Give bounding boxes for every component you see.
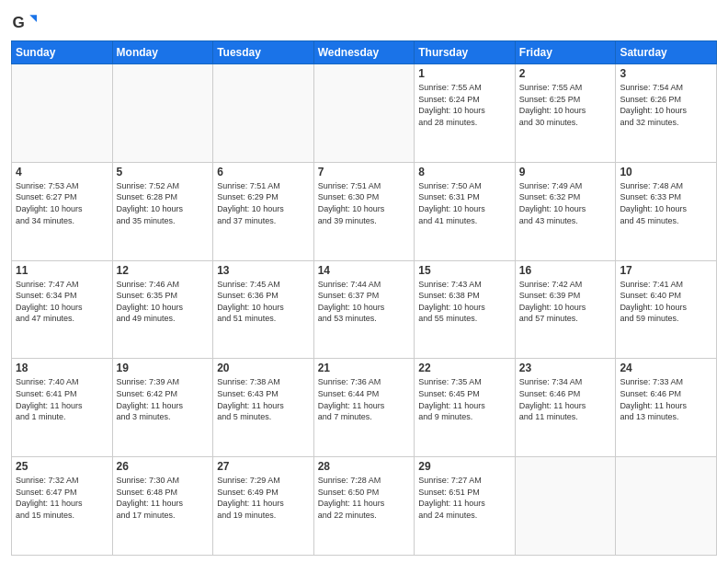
day-cell: 28Sunrise: 7:28 AM Sunset: 6:50 PM Dayli… bbox=[313, 457, 415, 556]
day-cell bbox=[213, 64, 314, 163]
day-number: 10 bbox=[620, 166, 712, 178]
svg-marker-1 bbox=[29, 15, 37, 22]
day-number: 4 bbox=[16, 166, 108, 178]
logo-icon: G bbox=[11, 9, 37, 35]
weekday-header-thursday: Thursday bbox=[415, 41, 516, 64]
week-row-2: 4Sunrise: 7:53 AM Sunset: 6:27 PM Daylig… bbox=[12, 162, 717, 260]
day-cell: 22Sunrise: 7:35 AM Sunset: 6:45 PM Dayli… bbox=[415, 359, 516, 457]
day-info: Sunrise: 7:52 AM Sunset: 6:28 PM Dayligh… bbox=[117, 180, 210, 226]
day-number: 14 bbox=[318, 264, 411, 277]
day-cell: 24Sunrise: 7:33 AM Sunset: 6:46 PM Dayli… bbox=[616, 359, 717, 457]
day-cell: 16Sunrise: 7:42 AM Sunset: 6:39 PM Dayli… bbox=[515, 260, 616, 359]
day-info: Sunrise: 7:46 AM Sunset: 6:35 PM Dayligh… bbox=[117, 279, 210, 325]
day-cell: 4Sunrise: 7:53 AM Sunset: 6:27 PM Daylig… bbox=[12, 162, 113, 260]
day-number: 28 bbox=[318, 460, 411, 473]
weekday-header-tuesday: Tuesday bbox=[213, 41, 314, 64]
day-number: 6 bbox=[217, 166, 310, 178]
day-number: 15 bbox=[418, 264, 511, 277]
day-info: Sunrise: 7:51 AM Sunset: 6:29 PM Dayligh… bbox=[217, 180, 310, 226]
day-cell bbox=[12, 64, 113, 163]
day-cell bbox=[112, 64, 213, 163]
day-cell: 2Sunrise: 7:55 AM Sunset: 6:25 PM Daylig… bbox=[515, 64, 616, 163]
page: G SundayMondayTuesdayWednesdayThursdayFr… bbox=[0, 0, 728, 563]
day-number: 21 bbox=[318, 362, 411, 374]
day-info: Sunrise: 7:33 AM Sunset: 6:46 PM Dayligh… bbox=[620, 376, 712, 422]
day-number: 24 bbox=[620, 362, 712, 374]
logo: G bbox=[11, 9, 40, 35]
day-cell: 12Sunrise: 7:46 AM Sunset: 6:35 PM Dayli… bbox=[112, 260, 213, 359]
day-cell bbox=[616, 457, 717, 556]
day-cell: 10Sunrise: 7:48 AM Sunset: 6:33 PM Dayli… bbox=[616, 162, 717, 260]
day-info: Sunrise: 7:44 AM Sunset: 6:37 PM Dayligh… bbox=[318, 279, 411, 325]
day-info: Sunrise: 7:27 AM Sunset: 6:51 PM Dayligh… bbox=[418, 475, 511, 521]
day-cell: 6Sunrise: 7:51 AM Sunset: 6:29 PM Daylig… bbox=[213, 162, 314, 260]
day-info: Sunrise: 7:36 AM Sunset: 6:44 PM Dayligh… bbox=[318, 376, 411, 422]
day-number: 1 bbox=[418, 67, 511, 80]
day-cell: 3Sunrise: 7:54 AM Sunset: 6:26 PM Daylig… bbox=[616, 64, 717, 163]
day-number: 16 bbox=[519, 264, 612, 277]
day-number: 2 bbox=[519, 67, 612, 80]
weekday-header-saturday: Saturday bbox=[616, 41, 717, 64]
weekday-header-wednesday: Wednesday bbox=[313, 41, 415, 64]
day-cell: 20Sunrise: 7:38 AM Sunset: 6:43 PM Dayli… bbox=[213, 359, 314, 457]
day-number: 17 bbox=[620, 264, 712, 277]
day-info: Sunrise: 7:48 AM Sunset: 6:33 PM Dayligh… bbox=[620, 180, 712, 226]
day-info: Sunrise: 7:28 AM Sunset: 6:50 PM Dayligh… bbox=[318, 475, 411, 521]
day-cell: 7Sunrise: 7:51 AM Sunset: 6:30 PM Daylig… bbox=[313, 162, 415, 260]
day-cell: 11Sunrise: 7:47 AM Sunset: 6:34 PM Dayli… bbox=[12, 260, 113, 359]
day-cell: 9Sunrise: 7:49 AM Sunset: 6:32 PM Daylig… bbox=[515, 162, 616, 260]
week-row-1: 1Sunrise: 7:55 AM Sunset: 6:24 PM Daylig… bbox=[12, 64, 717, 163]
day-number: 20 bbox=[217, 362, 310, 374]
day-cell: 21Sunrise: 7:36 AM Sunset: 6:44 PM Dayli… bbox=[313, 359, 415, 457]
top-section: G bbox=[11, 9, 717, 35]
day-info: Sunrise: 7:40 AM Sunset: 6:41 PM Dayligh… bbox=[16, 376, 108, 422]
day-number: 8 bbox=[418, 166, 511, 178]
day-number: 12 bbox=[117, 264, 210, 277]
day-number: 19 bbox=[117, 362, 210, 374]
day-number: 27 bbox=[217, 460, 310, 473]
day-number: 9 bbox=[519, 166, 612, 178]
day-number: 5 bbox=[117, 166, 210, 178]
day-number: 13 bbox=[217, 264, 310, 277]
day-number: 26 bbox=[117, 460, 210, 473]
day-info: Sunrise: 7:53 AM Sunset: 6:27 PM Dayligh… bbox=[16, 180, 108, 226]
day-info: Sunrise: 7:29 AM Sunset: 6:49 PM Dayligh… bbox=[217, 475, 310, 521]
day-info: Sunrise: 7:42 AM Sunset: 6:39 PM Dayligh… bbox=[519, 279, 612, 325]
day-info: Sunrise: 7:34 AM Sunset: 6:46 PM Dayligh… bbox=[519, 376, 612, 422]
day-number: 3 bbox=[620, 67, 712, 80]
day-number: 18 bbox=[16, 362, 108, 374]
day-info: Sunrise: 7:55 AM Sunset: 6:24 PM Dayligh… bbox=[418, 82, 511, 128]
weekday-header-row: SundayMondayTuesdayWednesdayThursdayFrid… bbox=[12, 41, 717, 64]
day-number: 29 bbox=[418, 460, 511, 473]
day-cell: 25Sunrise: 7:32 AM Sunset: 6:47 PM Dayli… bbox=[12, 457, 113, 556]
week-row-3: 11Sunrise: 7:47 AM Sunset: 6:34 PM Dayli… bbox=[12, 260, 717, 359]
day-info: Sunrise: 7:55 AM Sunset: 6:25 PM Dayligh… bbox=[519, 82, 612, 128]
day-cell: 13Sunrise: 7:45 AM Sunset: 6:36 PM Dayli… bbox=[213, 260, 314, 359]
week-row-5: 25Sunrise: 7:32 AM Sunset: 6:47 PM Dayli… bbox=[12, 457, 717, 556]
week-row-4: 18Sunrise: 7:40 AM Sunset: 6:41 PM Dayli… bbox=[12, 359, 717, 457]
day-cell: 17Sunrise: 7:41 AM Sunset: 6:40 PM Dayli… bbox=[616, 260, 717, 359]
day-cell: 8Sunrise: 7:50 AM Sunset: 6:31 PM Daylig… bbox=[415, 162, 516, 260]
weekday-header-monday: Monday bbox=[112, 41, 213, 64]
day-cell: 29Sunrise: 7:27 AM Sunset: 6:51 PM Dayli… bbox=[415, 457, 516, 556]
day-cell: 18Sunrise: 7:40 AM Sunset: 6:41 PM Dayli… bbox=[12, 359, 113, 457]
day-cell: 14Sunrise: 7:44 AM Sunset: 6:37 PM Dayli… bbox=[313, 260, 415, 359]
day-number: 22 bbox=[418, 362, 511, 374]
weekday-header-friday: Friday bbox=[515, 41, 616, 64]
day-cell bbox=[515, 457, 616, 556]
weekday-header-sunday: Sunday bbox=[12, 41, 113, 64]
day-cell: 19Sunrise: 7:39 AM Sunset: 6:42 PM Dayli… bbox=[112, 359, 213, 457]
day-info: Sunrise: 7:50 AM Sunset: 6:31 PM Dayligh… bbox=[418, 180, 511, 226]
day-info: Sunrise: 7:51 AM Sunset: 6:30 PM Dayligh… bbox=[318, 180, 411, 226]
day-info: Sunrise: 7:32 AM Sunset: 6:47 PM Dayligh… bbox=[16, 475, 108, 521]
day-cell bbox=[313, 64, 415, 163]
svg-text:G: G bbox=[13, 14, 25, 31]
calendar: SundayMondayTuesdayWednesdayThursdayFrid… bbox=[11, 40, 717, 556]
day-info: Sunrise: 7:30 AM Sunset: 6:48 PM Dayligh… bbox=[117, 475, 210, 521]
day-info: Sunrise: 7:41 AM Sunset: 6:40 PM Dayligh… bbox=[620, 279, 712, 325]
day-info: Sunrise: 7:39 AM Sunset: 6:42 PM Dayligh… bbox=[117, 376, 210, 422]
day-info: Sunrise: 7:45 AM Sunset: 6:36 PM Dayligh… bbox=[217, 279, 310, 325]
day-cell: 15Sunrise: 7:43 AM Sunset: 6:38 PM Dayli… bbox=[415, 260, 516, 359]
day-info: Sunrise: 7:43 AM Sunset: 6:38 PM Dayligh… bbox=[418, 279, 511, 325]
day-cell: 26Sunrise: 7:30 AM Sunset: 6:48 PM Dayli… bbox=[112, 457, 213, 556]
